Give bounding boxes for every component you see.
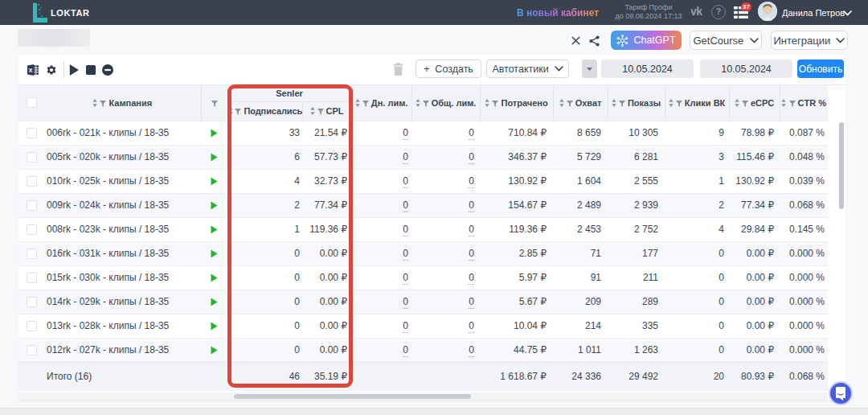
svg-text:vk: vk bbox=[691, 6, 702, 17]
svg-text:X: X bbox=[29, 67, 33, 74]
